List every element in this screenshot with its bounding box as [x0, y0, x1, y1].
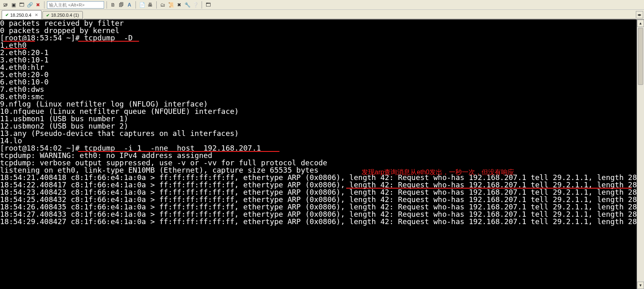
toolbar-separator	[135, 1, 136, 9]
terminal-line: 5.eth0:20-0	[0, 71, 644, 78]
print-icon[interactable]: 🖶	[147, 1, 154, 9]
terminal-line: 7.eth0:dws	[0, 86, 644, 93]
computers-icon[interactable]: 🖳	[2, 1, 9, 9]
terminal-line: 4.eth0:hlr	[0, 64, 644, 71]
terminal-line: 1.eth0	[0, 42, 644, 49]
tab-list-button[interactable]: ◂▸	[636, 11, 643, 18]
go-icon[interactable]: 🗎	[109, 1, 117, 9]
host-input[interactable]	[47, 1, 104, 9]
tab-inactive[interactable]: ✔ 18.250.0.4 (1)	[42, 11, 83, 19]
terminal-line: 18:54:29.408427 c8:1f:66:e4:1a:0a > ff:f…	[0, 218, 644, 225]
check-icon: ✔	[46, 13, 49, 18]
toolbar-separator	[202, 1, 202, 9]
terminal-line: 6.eth0:10-0	[0, 78, 644, 86]
toolbar-separator	[44, 1, 44, 9]
toolbar-separator	[156, 1, 157, 9]
terminal-line: [root@18:53:54 ~]# tcpdump -D	[0, 34, 644, 42]
options-icon[interactable]: 🗂	[159, 1, 167, 9]
vertical-scrollbar[interactable]: ▲ ▼	[637, 20, 644, 289]
paste-icon[interactable]: 📄	[138, 1, 146, 9]
scroll-up-arrow[interactable]: ▲	[637, 20, 644, 27]
tab-spacer	[84, 11, 636, 19]
terminal-line: 3.eth0:10-1	[0, 56, 644, 64]
toolbar-separator	[107, 1, 107, 9]
reconnect-icon[interactable]: 🔗	[26, 1, 33, 9]
script-icon[interactable]: 📜	[167, 1, 175, 9]
tab-active[interactable]: ✔ 18.250.0.4 ✕	[2, 10, 42, 19]
main-toolbar: 🖳 ▣ 🗔 🔗 ✖ 🗎 🗐 A 📄 🖶 🗂 📜 ✖ 🔧 ❔ 🗔	[0, 0, 644, 10]
scroll-thumb[interactable]	[638, 28, 643, 85]
app-icon[interactable]: 🗔	[204, 1, 212, 9]
find-icon[interactable]: A	[126, 1, 133, 9]
disconnect-icon[interactable]: ✖	[34, 1, 42, 9]
tab-label: 18.250.0.4	[10, 13, 31, 18]
new-terminal-icon[interactable]: ▣	[10, 1, 17, 9]
key-icon[interactable]: ✖	[175, 1, 183, 9]
terminal-line: 2.eth0:20-1	[0, 49, 644, 56]
properties-icon[interactable]: 🗔	[18, 1, 25, 9]
settings-icon[interactable]: 🔧	[184, 1, 191, 9]
copy-icon[interactable]: 🗐	[118, 1, 125, 9]
terminal-output[interactable]: 0 packets received by filter0 packets dr…	[0, 20, 644, 289]
scroll-down-arrow[interactable]: ▼	[637, 282, 644, 289]
tab-bar: ✔ 18.250.0.4 ✕ ✔ 18.250.0.4 (1) ◂▸	[0, 10, 644, 20]
close-icon[interactable]: ✕	[35, 13, 38, 17]
tab-label: 18.250.0.4 (1)	[51, 13, 79, 18]
help-icon[interactable]: ❔	[192, 1, 199, 9]
terminal-line: 13.any (Pseudo-device that captures on a…	[0, 130, 644, 137]
check-icon: ✔	[5, 13, 9, 17]
